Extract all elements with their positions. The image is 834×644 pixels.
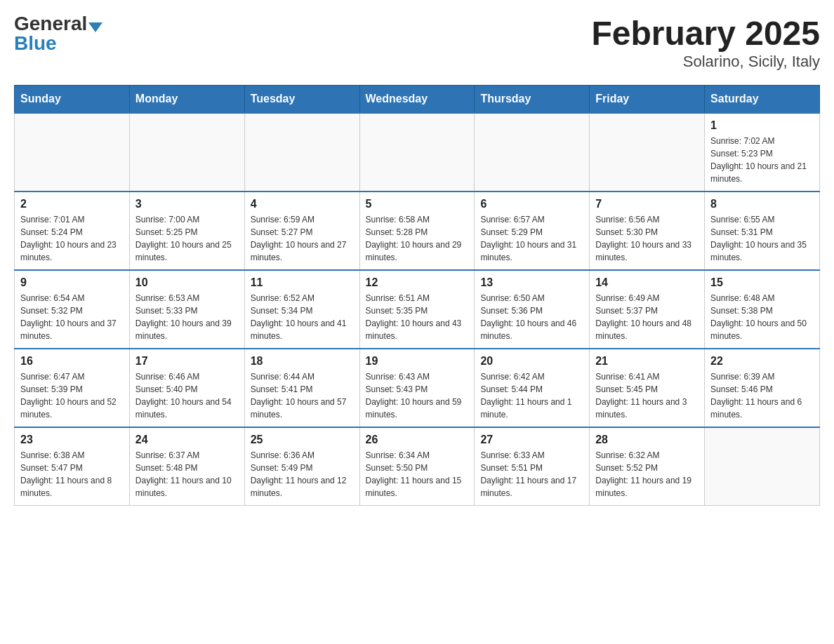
day-info: Sunrise: 6:34 AMSunset: 5:50 PMDaylight:… bbox=[366, 449, 469, 499]
table-row: 4Sunrise: 6:59 AMSunset: 5:27 PMDaylight… bbox=[244, 192, 359, 270]
day-number: 10 bbox=[135, 276, 239, 289]
page-subtitle: Solarino, Sicily, Italy bbox=[591, 53, 820, 71]
logo: General Blue bbox=[14, 14, 102, 53]
day-info: Sunrise: 6:56 AMSunset: 5:30 PMDaylight:… bbox=[595, 213, 699, 264]
day-info: Sunrise: 6:50 AMSunset: 5:36 PMDaylight:… bbox=[480, 292, 583, 342]
logo-blue-text: Blue bbox=[14, 34, 57, 53]
table-row bbox=[475, 113, 590, 192]
day-info: Sunrise: 6:36 AMSunset: 5:49 PMDaylight:… bbox=[251, 449, 354, 499]
header-sunday: Sunday bbox=[15, 86, 130, 114]
week-row-0: 1Sunrise: 7:02 AMSunset: 5:23 PMDaylight… bbox=[15, 113, 820, 192]
day-number: 19 bbox=[366, 355, 469, 368]
table-row: 21Sunrise: 6:41 AMSunset: 5:45 PMDayligh… bbox=[590, 349, 705, 427]
day-number: 17 bbox=[135, 355, 239, 368]
calendar-table: Sunday Monday Tuesday Wednesday Thursday… bbox=[14, 85, 820, 506]
page-header: General Blue February 2025 Solarino, Sic… bbox=[14, 14, 820, 71]
table-row: 23Sunrise: 6:38 AMSunset: 5:47 PMDayligh… bbox=[15, 427, 130, 506]
day-number: 20 bbox=[480, 355, 583, 368]
day-number: 18 bbox=[251, 355, 354, 368]
day-info: Sunrise: 6:47 AMSunset: 5:39 PMDaylight:… bbox=[20, 370, 124, 421]
day-info: Sunrise: 6:44 AMSunset: 5:41 PMDaylight:… bbox=[251, 370, 354, 421]
table-row: 26Sunrise: 6:34 AMSunset: 5:50 PMDayligh… bbox=[359, 427, 475, 506]
table-row: 20Sunrise: 6:42 AMSunset: 5:44 PMDayligh… bbox=[475, 349, 590, 427]
page-title: February 2025 bbox=[591, 14, 820, 53]
day-info: Sunrise: 6:53 AMSunset: 5:33 PMDaylight:… bbox=[135, 292, 239, 342]
table-row: 1Sunrise: 7:02 AMSunset: 5:23 PMDaylight… bbox=[705, 113, 820, 192]
table-row: 5Sunrise: 6:58 AMSunset: 5:28 PMDaylight… bbox=[359, 192, 475, 270]
table-row: 6Sunrise: 6:57 AMSunset: 5:29 PMDaylight… bbox=[475, 192, 590, 270]
day-info: Sunrise: 6:43 AMSunset: 5:43 PMDaylight:… bbox=[366, 370, 469, 421]
day-info: Sunrise: 6:55 AMSunset: 5:31 PMDaylight:… bbox=[710, 213, 814, 264]
week-row-4: 23Sunrise: 6:38 AMSunset: 5:47 PMDayligh… bbox=[15, 427, 820, 506]
table-row: 2Sunrise: 7:01 AMSunset: 5:24 PMDaylight… bbox=[15, 192, 130, 270]
calendar-header-row: Sunday Monday Tuesday Wednesday Thursday… bbox=[15, 86, 820, 114]
table-row: 22Sunrise: 6:39 AMSunset: 5:46 PMDayligh… bbox=[705, 349, 820, 427]
table-row: 14Sunrise: 6:49 AMSunset: 5:37 PMDayligh… bbox=[590, 270, 705, 349]
table-row: 8Sunrise: 6:55 AMSunset: 5:31 PMDaylight… bbox=[705, 192, 820, 270]
day-number: 16 bbox=[20, 355, 124, 368]
table-row: 28Sunrise: 6:32 AMSunset: 5:52 PMDayligh… bbox=[590, 427, 705, 506]
day-info: Sunrise: 6:42 AMSunset: 5:44 PMDaylight:… bbox=[480, 370, 583, 421]
day-number: 25 bbox=[251, 434, 354, 446]
table-row: 19Sunrise: 6:43 AMSunset: 5:43 PMDayligh… bbox=[359, 349, 475, 427]
day-info: Sunrise: 7:02 AMSunset: 5:23 PMDaylight:… bbox=[710, 135, 814, 185]
table-row bbox=[359, 113, 475, 192]
day-number: 8 bbox=[710, 198, 814, 210]
day-info: Sunrise: 6:38 AMSunset: 5:47 PMDaylight:… bbox=[20, 449, 124, 499]
day-info: Sunrise: 6:32 AMSunset: 5:52 PMDaylight:… bbox=[595, 449, 699, 499]
header-wednesday: Wednesday bbox=[359, 86, 475, 114]
day-info: Sunrise: 6:37 AMSunset: 5:48 PMDaylight:… bbox=[135, 449, 239, 499]
day-info: Sunrise: 6:49 AMSunset: 5:37 PMDaylight:… bbox=[595, 292, 699, 342]
table-row bbox=[15, 113, 130, 192]
table-row: 18Sunrise: 6:44 AMSunset: 5:41 PMDayligh… bbox=[244, 349, 359, 427]
day-number: 12 bbox=[366, 276, 469, 289]
header-thursday: Thursday bbox=[475, 86, 590, 114]
table-row: 7Sunrise: 6:56 AMSunset: 5:30 PMDaylight… bbox=[590, 192, 705, 270]
day-number: 9 bbox=[20, 276, 124, 289]
day-number: 27 bbox=[480, 434, 583, 446]
day-number: 5 bbox=[366, 198, 469, 210]
week-row-2: 9Sunrise: 6:54 AMSunset: 5:32 PMDaylight… bbox=[15, 270, 820, 349]
table-row: 27Sunrise: 6:33 AMSunset: 5:51 PMDayligh… bbox=[475, 427, 590, 506]
table-row bbox=[590, 113, 705, 192]
table-row: 24Sunrise: 6:37 AMSunset: 5:48 PMDayligh… bbox=[129, 427, 244, 506]
day-number: 13 bbox=[480, 276, 583, 289]
day-number: 7 bbox=[595, 198, 699, 210]
table-row: 3Sunrise: 7:00 AMSunset: 5:25 PMDaylight… bbox=[129, 192, 244, 270]
table-row: 11Sunrise: 6:52 AMSunset: 5:34 PMDayligh… bbox=[244, 270, 359, 349]
logo-general-text: General bbox=[14, 13, 87, 34]
table-row: 15Sunrise: 6:48 AMSunset: 5:38 PMDayligh… bbox=[705, 270, 820, 349]
day-info: Sunrise: 6:46 AMSunset: 5:40 PMDaylight:… bbox=[135, 370, 239, 421]
table-row: 16Sunrise: 6:47 AMSunset: 5:39 PMDayligh… bbox=[15, 349, 130, 427]
table-row: 12Sunrise: 6:51 AMSunset: 5:35 PMDayligh… bbox=[359, 270, 475, 349]
logo-triangle-icon bbox=[88, 22, 102, 32]
table-row bbox=[705, 427, 820, 506]
table-row bbox=[244, 113, 359, 192]
table-row: 10Sunrise: 6:53 AMSunset: 5:33 PMDayligh… bbox=[129, 270, 244, 349]
day-info: Sunrise: 6:57 AMSunset: 5:29 PMDaylight:… bbox=[480, 213, 583, 264]
day-number: 11 bbox=[251, 276, 354, 289]
day-info: Sunrise: 6:48 AMSunset: 5:38 PMDaylight:… bbox=[710, 292, 814, 342]
day-info: Sunrise: 7:01 AMSunset: 5:24 PMDaylight:… bbox=[20, 213, 124, 264]
week-row-3: 16Sunrise: 6:47 AMSunset: 5:39 PMDayligh… bbox=[15, 349, 820, 427]
day-number: 3 bbox=[135, 198, 239, 210]
day-number: 28 bbox=[595, 434, 699, 446]
header-tuesday: Tuesday bbox=[244, 86, 359, 114]
day-info: Sunrise: 6:59 AMSunset: 5:27 PMDaylight:… bbox=[251, 213, 354, 264]
day-info: Sunrise: 6:41 AMSunset: 5:45 PMDaylight:… bbox=[595, 370, 699, 421]
table-row bbox=[129, 113, 244, 192]
header-monday: Monday bbox=[129, 86, 244, 114]
day-info: Sunrise: 6:33 AMSunset: 5:51 PMDaylight:… bbox=[480, 449, 583, 499]
day-info: Sunrise: 6:58 AMSunset: 5:28 PMDaylight:… bbox=[366, 213, 469, 264]
day-number: 23 bbox=[20, 434, 124, 446]
header-saturday: Saturday bbox=[705, 86, 820, 114]
day-info: Sunrise: 6:39 AMSunset: 5:46 PMDaylight:… bbox=[710, 370, 814, 421]
day-number: 2 bbox=[20, 198, 124, 210]
day-info: Sunrise: 7:00 AMSunset: 5:25 PMDaylight:… bbox=[135, 213, 239, 264]
table-row: 9Sunrise: 6:54 AMSunset: 5:32 PMDaylight… bbox=[15, 270, 130, 349]
day-number: 15 bbox=[710, 276, 814, 289]
table-row: 13Sunrise: 6:50 AMSunset: 5:36 PMDayligh… bbox=[475, 270, 590, 349]
day-info: Sunrise: 6:52 AMSunset: 5:34 PMDaylight:… bbox=[251, 292, 354, 342]
title-block: February 2025 Solarino, Sicily, Italy bbox=[591, 14, 820, 71]
day-number: 24 bbox=[135, 434, 239, 446]
